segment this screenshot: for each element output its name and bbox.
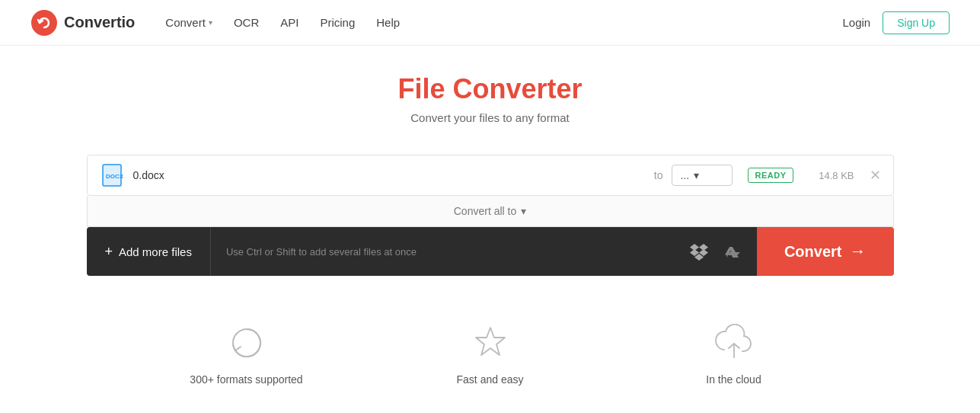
feature-cloud-label: In the cloud — [706, 373, 761, 386]
remove-file-button[interactable]: ✕ — [870, 168, 881, 182]
hero-section: File Converter Convert your files to any… — [0, 46, 980, 139]
convert-all-bar: Convert all to ▾ — [87, 196, 894, 227]
logo-text: Convertio — [64, 14, 135, 31]
feature-formats-label: 300+ formats supported — [190, 373, 302, 386]
refresh-icon — [225, 322, 268, 364]
signup-button[interactable]: Sign Up — [883, 11, 950, 34]
feature-cloud: In the cloud — [612, 322, 856, 386]
hero-subtitle: Convert your files to any format — [15, 111, 965, 124]
ready-badge: READY — [748, 168, 793, 183]
nav-item-pricing[interactable]: Pricing — [320, 16, 355, 29]
nav-item-ocr[interactable]: OCR — [234, 16, 259, 29]
convert-all-button[interactable]: Convert all to ▾ — [454, 205, 526, 217]
convert-all-label: Convert all to — [454, 205, 516, 217]
hero-title: File Converter — [15, 73, 965, 105]
logo-icon — [30, 9, 58, 37]
nav-item-convert[interactable]: Convert ▾ — [165, 16, 212, 29]
format-value: ... — [680, 169, 689, 181]
star-icon — [469, 322, 512, 364]
add-files-button[interactable]: + Add more files — [87, 227, 211, 276]
arrow-right-icon: → — [850, 242, 867, 261]
feature-formats: 300+ formats supported — [125, 322, 369, 386]
cloud-service-icons — [675, 227, 757, 276]
logo[interactable]: Convertio — [30, 9, 135, 37]
svg-point-0 — [31, 10, 57, 36]
convert-button[interactable]: Convert → — [757, 227, 894, 276]
header-actions: Login Sign Up — [842, 11, 950, 34]
file-type-icon: DOCX — [100, 163, 124, 187]
feature-fast-label: Fast and easy — [457, 373, 524, 386]
nav-item-help[interactable]: Help — [376, 16, 400, 29]
svg-marker-5 — [476, 328, 505, 355]
cloud-upload-icon — [713, 322, 755, 364]
file-name: 0.docx — [133, 169, 645, 181]
dropbox-icon — [690, 242, 708, 261]
chevron-down-icon: ▾ — [209, 18, 212, 27]
svg-text:DOCX: DOCX — [106, 173, 124, 180]
drag-hint: Use Ctrl or Shift to add several files a… — [211, 227, 675, 276]
file-row: DOCX 0.docx to ... ▾ READY 14.8 KB ✕ — [87, 155, 894, 196]
converter-area: DOCX 0.docx to ... ▾ READY 14.8 KB ✕ Con… — [72, 155, 909, 276]
convert-all-chevron-icon: ▾ — [521, 205, 526, 217]
main-nav: Convert ▾ OCR API Pricing Help — [165, 16, 842, 29]
format-chevron-icon: ▾ — [694, 169, 699, 181]
action-bar: + Add more files Use Ctrl or Shift to ad… — [87, 227, 894, 276]
plus-icon: + — [105, 245, 113, 258]
to-label: to — [654, 169, 663, 181]
format-select[interactable]: ... ▾ — [672, 165, 733, 186]
add-files-label: Add more files — [119, 245, 192, 258]
google-drive-button[interactable] — [723, 242, 742, 261]
google-drive-icon — [723, 242, 742, 261]
file-size: 14.8 KB — [809, 170, 854, 181]
feature-fast: Fast and easy — [369, 322, 612, 386]
convert-label: Convert — [784, 243, 842, 261]
header: Convertio Convert ▾ OCR API Pricing Help… — [0, 0, 980, 46]
features-section: 300+ formats supported Fast and easy In … — [0, 306, 980, 408]
dropbox-button[interactable] — [690, 242, 708, 261]
nav-item-api[interactable]: API — [280, 16, 298, 29]
login-button[interactable]: Login — [842, 16, 870, 29]
